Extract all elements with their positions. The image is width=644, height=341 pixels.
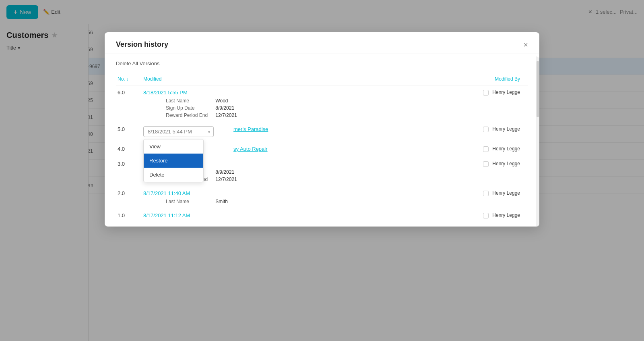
detail-label: Last Name: [166, 199, 214, 204]
detail-row-6-lastname: Last Name Wood: [116, 97, 528, 104]
detail-value: Wood: [215, 98, 228, 104]
col-modified-by: Modified By: [431, 73, 528, 85]
version-date-link-1[interactable]: 8/17/2021 11:12 AM: [143, 212, 190, 218]
version-link-4[interactable]: sy Auto Repair: [233, 146, 268, 152]
modified-by-5: Henry Legge: [431, 122, 528, 139]
version-dropdown-wrap: 8/18/2021 5:44 PM ▾ View Restore Delete: [143, 126, 214, 137]
detail-row-6-reward: Reward Period End 12/7/2021: [116, 112, 528, 119]
detail-value: 12/7/2021: [215, 177, 237, 182]
modal-header: Version history ×: [105, 32, 539, 54]
detail-value: 8/9/2021: [215, 105, 234, 111]
version-date-1[interactable]: 8/17/2021 11:12 AM: [142, 208, 230, 220]
col-no: No. ↓: [116, 73, 142, 85]
modal-close-button[interactable]: ×: [523, 41, 528, 49]
version-row-6: 6.0 8/18/2021 5:55 PM Henry Legge: [116, 85, 528, 98]
version-history-table: No. ↓ Modified Modified By 6.0 8/18/2021…: [116, 73, 528, 220]
col-no-label: No. ↓: [118, 76, 140, 82]
version-date-link-2[interactable]: 8/17/2021 11:40 AM: [143, 190, 190, 196]
modal-body: Delete All Versions No. ↓ Modified Modif…: [105, 54, 539, 227]
version-link-5[interactable]: mer's Paradise: [233, 126, 268, 132]
modified-by-1: Henry Legge: [431, 208, 528, 220]
version-no-6: 6.0: [116, 85, 142, 98]
modal-scrollbar[interactable]: [536, 56, 539, 227]
detail-row-6-signup: Sign Up Date 8/9/2021: [116, 104, 528, 112]
version-no-1: 1.0: [116, 208, 142, 220]
version-dropdown[interactable]: 8/18/2021 5:44 PM ▾: [143, 126, 214, 137]
version-date-2[interactable]: 8/17/2021 11:40 AM: [142, 186, 230, 198]
col-modified: Modified: [142, 73, 230, 85]
version-date-6[interactable]: 8/18/2021 5:55 PM: [142, 85, 230, 98]
modified-by-2: Henry Legge: [431, 186, 528, 198]
context-menu: View Restore Delete: [143, 139, 204, 182]
delete-all-versions-link[interactable]: Delete All Versions: [116, 60, 159, 67]
modified-by-3: Henry Legge: [431, 157, 528, 168]
modified-by-4: Henry Legge: [431, 142, 528, 154]
checkbox-4[interactable]: [483, 146, 489, 152]
modal-title: Version history: [116, 40, 168, 49]
checkbox-1[interactable]: [483, 213, 489, 218]
modal-scrollbar-thumb: [537, 61, 539, 117]
version-no-4: 4.0: [116, 142, 142, 154]
dropdown-arrow-icon: ▾: [208, 129, 210, 134]
detail-label: Reward Period End: [166, 112, 214, 118]
version-row-2: 2.0 8/17/2021 11:40 AM Henry Legge: [116, 186, 528, 198]
detail-value: 8/9/2021: [215, 169, 234, 175]
detail-value: Smith: [215, 199, 228, 204]
checkbox-6[interactable]: [483, 90, 489, 96]
version-no-5: 5.0: [116, 122, 142, 139]
version-history-modal: Version history × Delete All Versions No…: [105, 32, 539, 227]
version-date-link-6[interactable]: 8/18/2021 5:55 PM: [143, 89, 188, 96]
checkbox-5[interactable]: [483, 127, 489, 132]
version-row-5: 5.0 8/18/2021 5:44 PM ▾ View Restore: [116, 122, 528, 139]
sort-arrow: ↓: [126, 76, 129, 82]
context-menu-restore[interactable]: Restore: [144, 154, 203, 168]
detail-value: 12/7/2021: [215, 112, 237, 118]
version-no-3: 3.0: [116, 157, 142, 168]
version-row-1: 1.0 8/17/2021 11:12 AM Henry Legge: [116, 208, 528, 220]
modified-by-6: Henry Legge: [431, 85, 528, 98]
version-no-2: 2.0: [116, 186, 142, 198]
context-menu-delete[interactable]: Delete: [144, 168, 203, 182]
context-menu-view[interactable]: View: [144, 139, 203, 154]
col-spacer: [230, 73, 431, 85]
detail-row-2-lastname: Last Name Smith: [116, 198, 528, 205]
detail-label: Sign Up Date: [166, 105, 214, 111]
detail-label: Last Name: [166, 98, 214, 104]
checkbox-2[interactable]: [483, 191, 489, 196]
version-date-5[interactable]: 8/18/2021 5:44 PM ▾ View Restore Delete: [142, 122, 230, 139]
checkbox-3[interactable]: [483, 161, 489, 167]
